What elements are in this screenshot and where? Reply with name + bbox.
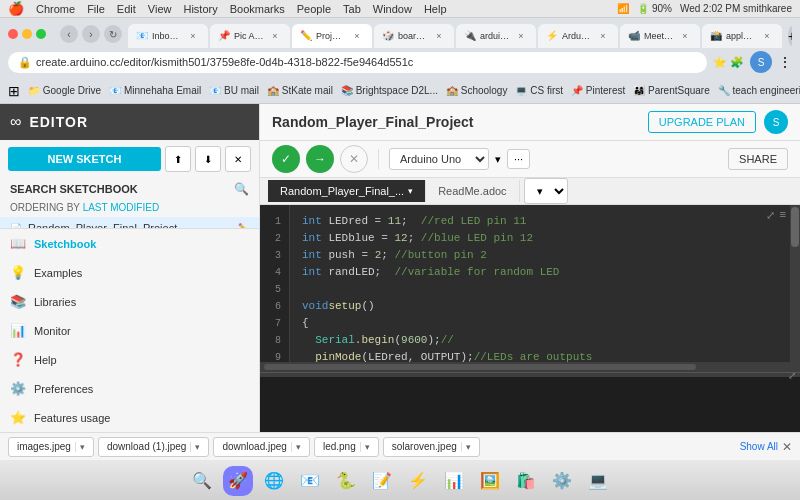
back-button[interactable]: ‹	[60, 25, 78, 43]
terminal-fullscreen-icon[interactable]: ⤢	[788, 370, 796, 381]
terminal-resize-handle[interactable]: ⤢	[260, 373, 800, 377]
fullscreen-icon[interactable]: ⤢	[766, 209, 775, 222]
tab-close-meet[interactable]: ×	[678, 29, 692, 43]
forward-button[interactable]: ›	[82, 25, 100, 43]
dock-powerpoint[interactable]: 📊	[439, 466, 469, 496]
tab-screenshot[interactable]: 📸 apple screensh... ×	[702, 24, 782, 48]
sidebar-item-sketchbook[interactable]: 📖 Sketchbook	[0, 229, 259, 258]
download-chevron-icon[interactable]: ▾	[291, 442, 301, 452]
tab-dropdown-icon[interactable]: ▾	[408, 186, 413, 196]
sidebar-item-libraries[interactable]: 📚 Libraries	[0, 287, 259, 316]
download-item-download[interactable]: download.jpeg ▾	[213, 437, 310, 457]
menu-bookmarks[interactable]: Bookmarks	[230, 3, 285, 15]
bookmark-parentsquare[interactable]: 👨‍👩‍👧 ParentSquare	[633, 85, 710, 96]
tab-close-board[interactable]: ×	[432, 29, 446, 43]
new-tab-button[interactable]: +	[788, 26, 792, 46]
tab-close-editor[interactable]: ×	[350, 29, 364, 43]
tab-arduino-resistor[interactable]: 🔌 arduino resistor... ×	[456, 24, 536, 48]
new-sketch-button[interactable]: NEW SKETCH	[8, 147, 161, 171]
address-bar[interactable]: 🔒 create.arduino.cc/editor/kismith501/37…	[8, 52, 707, 73]
sidebar-item-monitor[interactable]: 📊 Monitor	[0, 316, 259, 345]
tab-close-arduino[interactable]: ×	[596, 29, 610, 43]
horizontal-scrollbar[interactable]	[264, 364, 696, 370]
download-chevron-icon[interactable]: ▾	[190, 442, 200, 452]
apple-menu[interactable]: 🍎	[8, 1, 24, 16]
sidebar-item-examples[interactable]: 💡 Examples	[0, 258, 259, 287]
download-chevron-icon[interactable]: ▾	[461, 442, 471, 452]
refresh-button[interactable]: ↻	[104, 25, 122, 43]
export-sketch-button[interactable]: ⬇	[195, 146, 221, 172]
download-item-solaroven[interactable]: solaroven.jpeg ▾	[383, 437, 480, 457]
menu-view[interactable]: View	[148, 3, 172, 15]
dock-launchpad[interactable]: 🚀	[223, 466, 253, 496]
menu-tab[interactable]: Tab	[343, 3, 361, 15]
bookmark-teach-engineering[interactable]: 🔧 teach engineering	[718, 85, 800, 96]
bookmark-brightspace[interactable]: 📚 Brightspace D2L...	[341, 85, 438, 96]
menu-edit[interactable]: Edit	[117, 3, 136, 15]
download-item-images[interactable]: images.jpeg ▾	[8, 437, 94, 457]
dock-chrome[interactable]: 🌐	[259, 466, 289, 496]
show-all-downloads-button[interactable]: Show All	[740, 441, 778, 452]
upgrade-plan-button[interactable]: UPGRADE PLAN	[648, 111, 756, 133]
bookmark-cs-first[interactable]: 💻 CS first	[515, 85, 563, 96]
bookmark-stkate[interactable]: 🏫 StKate mail	[267, 85, 333, 96]
dock-arduino[interactable]: ⚡	[403, 466, 433, 496]
sidebar-item-features[interactable]: ⭐ Features usage	[0, 403, 259, 432]
tab-meet[interactable]: 📹 Meet - Spe... ×	[620, 24, 700, 48]
profile-button[interactable]: S	[750, 51, 772, 73]
profile-avatar[interactable]: S	[764, 110, 788, 134]
menu-file[interactable]: File	[87, 3, 105, 15]
menu-people[interactable]: People	[297, 3, 331, 15]
apps-icon[interactable]: ⊞	[8, 83, 20, 99]
code-content[interactable]: int LEDred = 11; //red LED pin 11 int LE…	[290, 205, 800, 362]
board-selector[interactable]: Arduino Uno	[389, 148, 489, 170]
chevron-down-icon[interactable]: ▾	[495, 153, 501, 166]
upload-button[interactable]: →	[306, 145, 334, 173]
dock-appstore[interactable]: 🛍️	[511, 466, 541, 496]
download-chevron-icon[interactable]: ▾	[360, 442, 370, 452]
tab-close-gmail[interactable]: ×	[186, 29, 200, 43]
dock-settings[interactable]: ⚙️	[547, 466, 577, 496]
maximize-button[interactable]	[36, 29, 46, 39]
tab-pic-arduino[interactable]: 📌 Pic Arduino - Te... ×	[210, 24, 290, 48]
share-button[interactable]: SHARE	[728, 148, 788, 170]
download-item-download1[interactable]: download (1).jpeg ▾	[98, 437, 210, 457]
search-icon[interactable]: 🔍	[234, 182, 249, 196]
bookmark-google-drive[interactable]: 📁 Google Drive	[28, 85, 101, 96]
tab-close-screenshot[interactable]: ×	[760, 29, 774, 43]
tab-sketch-file[interactable]: Random_Player_Final_... ▾	[268, 180, 426, 202]
more-options-button[interactable]: ···	[507, 149, 530, 169]
menu-help[interactable]: Help	[424, 3, 447, 15]
chrome-menu-icon[interactable]: ⋮	[778, 54, 792, 70]
bookmark-schoology[interactable]: 🏫 Schoology	[446, 85, 507, 96]
menu-window[interactable]: Window	[373, 3, 412, 15]
minimize-button[interactable]	[22, 29, 32, 39]
sidebar-item-help[interactable]: ❓ Help	[0, 345, 259, 374]
file-tab-dropdown[interactable]: ▾	[524, 178, 568, 204]
dock-mail[interactable]: 📧	[295, 466, 325, 496]
dock-word[interactable]: 📝	[367, 466, 397, 496]
tab-arduino-editor[interactable]: ⚡ Arduino Editor ×	[538, 24, 618, 48]
download-chevron-icon[interactable]: ▾	[75, 442, 85, 452]
verify-button[interactable]: ✓	[272, 145, 300, 173]
dock-preview[interactable]: 🖼️	[475, 466, 505, 496]
tab-gmail[interactable]: 📧 Inbox (1) - smit... ×	[128, 24, 208, 48]
stop-button[interactable]: ✕	[340, 145, 368, 173]
menu-chrome[interactable]: Chrome	[36, 3, 75, 15]
ordering-value[interactable]: LAST MODIFIED	[83, 202, 160, 213]
vertical-scrollbar[interactable]	[790, 205, 800, 362]
bookmark-pinterest[interactable]: 📌 Pinterest	[571, 85, 625, 96]
code-editor[interactable]: 1 2 3 4 5 6 7 8 9 10 11 12 13 14 15 16 1	[260, 205, 800, 362]
tab-readme[interactable]: ReadMe.adoc	[426, 180, 520, 202]
sketch-item-random-player[interactable]: 📄 Random_Player_Final_Project ✏️	[0, 217, 259, 228]
tab-board-game[interactable]: 🎲 board game - G... ×	[374, 24, 454, 48]
close-downloads-button[interactable]: ✕	[782, 440, 792, 454]
bookmark-bu-mail[interactable]: 📧 BU mail	[209, 85, 259, 96]
wrap-icon[interactable]: ≡	[779, 209, 786, 222]
tab-project-editor[interactable]: ✏️ Project Editor -... ×	[292, 24, 372, 48]
menu-history[interactable]: History	[183, 3, 217, 15]
dock-terminal[interactable]: 💻	[583, 466, 613, 496]
dock-finder[interactable]: 🔍	[187, 466, 217, 496]
tab-close-resistor[interactable]: ×	[514, 29, 528, 43]
sidebar-item-preferences[interactable]: ⚙️ Preferences	[0, 374, 259, 403]
